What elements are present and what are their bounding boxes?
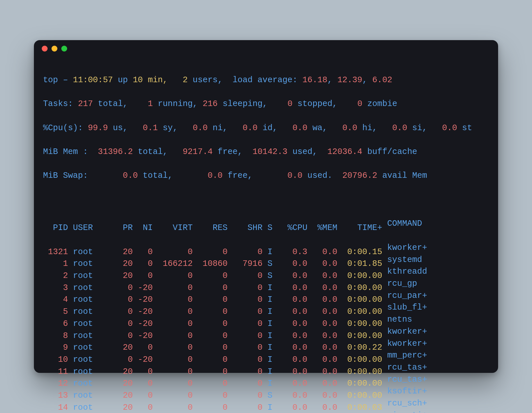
close-icon[interactable] bbox=[42, 46, 48, 52]
top-summary-line-3: %Cpu(s): 99.9 us, 0.1 sy, 0.0 ni, 0.0 id… bbox=[43, 122, 489, 134]
cell-cmd: migrati+ bbox=[382, 410, 432, 413]
cell-cmd: netns bbox=[382, 314, 432, 326]
minimize-icon[interactable] bbox=[52, 46, 57, 52]
window-titlebar bbox=[34, 40, 498, 57]
cell-cmd: systemd bbox=[382, 254, 432, 266]
process-row[interactable]: 10 root0-20000I0.00.00:00.00mm_perc+ bbox=[43, 350, 489, 362]
process-row[interactable]: 11 root200000I0.00.00:00.00rcu_tas+ bbox=[43, 362, 489, 374]
process-row[interactable]: 6 root0-20000I0.00.00:00.00netns bbox=[43, 314, 489, 326]
cell-cmd: rcu_sch+ bbox=[382, 398, 432, 410]
process-row[interactable]: 14 root200000I0.00.00:00.03rcu_sch+ bbox=[43, 398, 489, 410]
cell-cmd: kworker+ bbox=[382, 242, 432, 254]
process-table: 1321 root200000I0.30.00:00.15kworker+1 r… bbox=[43, 242, 489, 413]
process-row[interactable]: 9 root200000I0.00.00:00.22kworker+ bbox=[43, 338, 489, 350]
top-summary-line-5: MiB Swap: 0.0 total, 0.0 free, 0.0 used.… bbox=[43, 170, 489, 182]
top-summary-line-1: top – 11:00:57 up 10 min, 2 users, load … bbox=[43, 74, 489, 86]
cell-cmd: rcu_tas+ bbox=[382, 374, 432, 386]
cell-cmd: kthreadd bbox=[382, 266, 432, 278]
top-summary-line-4: MiB Mem : 31396.2 total, 9217.4 free, 10… bbox=[43, 146, 489, 158]
cell-cmd: kworker+ bbox=[382, 326, 432, 338]
process-header: PID USERPRNIVIRTRESSHRS%CPU%MEMTIME+COMM… bbox=[43, 218, 489, 230]
process-row[interactable]: 1321 root200000I0.30.00:00.15kworker+ bbox=[43, 242, 489, 254]
cell-cmd: ksoftir+ bbox=[382, 386, 432, 398]
top-summary-line-2: Tasks: 217 total, 1 running, 216 sleepin… bbox=[43, 98, 489, 110]
process-row[interactable]: 1 root200166212108607916S0.00.00:01.85sy… bbox=[43, 254, 489, 266]
terminal-window[interactable]: top – 11:00:57 up 10 min, 2 users, load … bbox=[34, 40, 498, 373]
cell-cmd: rcu_par+ bbox=[382, 290, 432, 302]
process-row[interactable]: 3 root0-20000I0.00.00:00.00rcu_gp bbox=[43, 278, 489, 290]
process-row[interactable]: 13 root200000S0.00.00:00.00ksoftir+ bbox=[43, 386, 489, 398]
process-row[interactable]: 12 root200000I0.00.00:00.00rcu_tas+ bbox=[43, 374, 489, 386]
process-row[interactable]: 15 rootrt0000S0.00.00:00.01migrati+ bbox=[43, 410, 489, 413]
cell-cmd: slub_fl+ bbox=[382, 302, 432, 314]
cell-cmd: rcu_gp bbox=[382, 278, 432, 290]
cell-cmd: mm_perc+ bbox=[382, 350, 432, 362]
process-row[interactable]: 5 root0-20000I0.00.00:00.00slub_fl+ bbox=[43, 302, 489, 314]
process-row[interactable]: 4 root0-20000I0.00.00:00.00rcu_par+ bbox=[43, 290, 489, 302]
terminal-body[interactable]: top – 11:00:57 up 10 min, 2 users, load … bbox=[34, 57, 498, 413]
cell-cmd: rcu_tas+ bbox=[382, 362, 432, 374]
process-row[interactable]: 2 root200000S0.00.00:00.00kthreadd bbox=[43, 266, 489, 278]
process-row[interactable]: 8 root0-20000I0.00.00:00.00kworker+ bbox=[43, 326, 489, 338]
maximize-icon[interactable] bbox=[61, 46, 67, 52]
cell-cmd: kworker+ bbox=[382, 338, 432, 350]
